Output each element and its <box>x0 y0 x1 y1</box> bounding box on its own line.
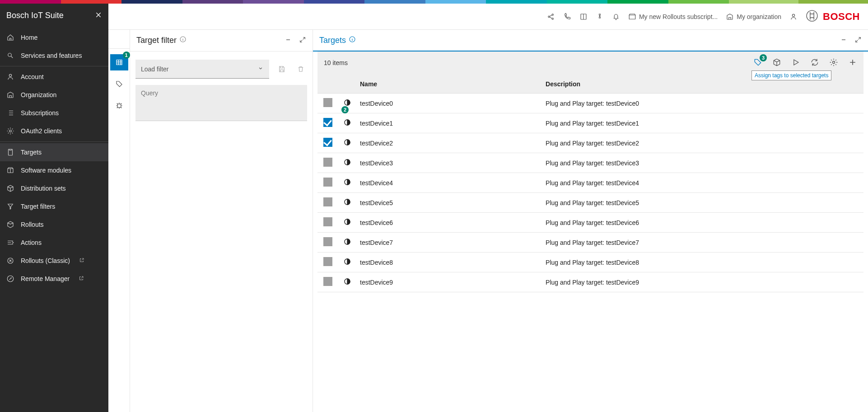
status-icon <box>343 260 351 267</box>
user-icon[interactable] <box>789 13 798 21</box>
svg-point-7 <box>548 16 550 17</box>
sidebar-item-account[interactable]: Account <box>0 68 108 86</box>
table-row[interactable]: testDevice9Plug and Play target: testDev… <box>317 272 863 292</box>
row-checkbox[interactable] <box>323 98 332 107</box>
filter-icon <box>6 202 14 211</box>
target-filter-panel: Target filter Load filter <box>130 30 313 412</box>
remote-icon <box>6 275 14 283</box>
save-filter-icon[interactable] <box>275 63 288 75</box>
share-icon[interactable] <box>547 13 555 21</box>
row-description: Plug and Play target: testDevice3 <box>542 153 863 173</box>
row-name: testDevice2 <box>356 133 542 153</box>
row-name: testDevice8 <box>356 253 542 272</box>
sidebar-item-rollouts[interactable]: Rollouts <box>0 215 108 234</box>
row-checkbox[interactable] <box>323 118 332 127</box>
sidebar-item-label: Target filters <box>21 203 55 210</box>
expand-icon[interactable] <box>299 36 306 45</box>
sidebar-item-distribution-sets[interactable]: Distribution sets <box>0 179 108 197</box>
sidebar-item-label: Account <box>21 73 44 80</box>
modules-icon <box>6 166 14 174</box>
table-row[interactable]: testDevice8Plug and Play target: testDev… <box>317 253 863 272</box>
user-icon <box>6 73 14 81</box>
brand-stripe <box>0 0 868 4</box>
table-row[interactable]: testDevice3Plug and Play target: testDev… <box>317 153 863 173</box>
minimize-icon[interactable] <box>285 36 292 45</box>
add-target-icon[interactable] <box>848 58 857 68</box>
close-sidebar-icon[interactable] <box>95 11 102 20</box>
info-icon[interactable] <box>349 36 356 45</box>
rail-view-chip[interactable] <box>110 98 128 114</box>
external-link-icon <box>79 275 84 282</box>
row-description: Plug and Play target: testDevice6 <box>542 213 863 233</box>
table-row[interactable]: testDevice0Plug and Play target: testDev… <box>317 94 863 113</box>
bell-icon[interactable] <box>612 13 620 21</box>
rail-view-table[interactable]: 1 <box>110 54 128 70</box>
delete-filter-icon[interactable] <box>294 63 307 75</box>
sidebar-item-software-modules[interactable]: Software modules <box>0 161 108 179</box>
assign-tags-button[interactable]: 3 Assign tags to selected targets <box>753 58 762 68</box>
sidebar-item-rollouts-classic-[interactable]: Rollouts (Classic) <box>0 252 108 270</box>
phone-icon[interactable] <box>563 13 571 21</box>
row-name: testDevice9 <box>356 272 542 292</box>
actions-icon <box>6 239 14 247</box>
sidebar-item-label: Home <box>21 34 37 41</box>
status-icon <box>343 160 351 168</box>
assign-distribution-icon[interactable] <box>772 58 781 68</box>
status-icon <box>343 240 351 247</box>
info-icon[interactable] <box>179 36 187 45</box>
sidebar-item-subscriptions[interactable]: Subscriptions <box>0 104 108 122</box>
row-checkbox[interactable] <box>323 237 332 246</box>
row-checkbox[interactable] <box>323 257 332 266</box>
targets-table: Name Description testDevice0Plug and Pla… <box>317 75 863 292</box>
row-checkbox[interactable] <box>323 138 332 147</box>
sidebar-item-actions[interactable]: Actions <box>0 234 108 252</box>
query-input[interactable]: Query <box>135 85 307 121</box>
refresh-icon[interactable] <box>810 58 819 68</box>
svg-point-2 <box>9 130 12 132</box>
table-row[interactable]: testDevice6Plug and Play target: testDev… <box>317 213 863 233</box>
sidebar-item-organization[interactable]: Organization <box>0 86 108 104</box>
search-icon <box>6 52 14 60</box>
row-name: testDevice5 <box>356 193 542 213</box>
sidebar-item-home[interactable]: Home <box>0 28 108 47</box>
sidebar-item-label: Subscriptions <box>21 109 59 117</box>
rail-view-tags[interactable] <box>110 76 128 92</box>
sidebar-item-label: OAuth2 clients <box>21 127 62 135</box>
docs-icon[interactable] <box>579 13 588 21</box>
external-link-icon <box>79 257 84 264</box>
sidebar: Bosch IoT Suite HomeServices and feature… <box>0 4 108 412</box>
legal-icon[interactable] <box>596 13 604 21</box>
gear-icon <box>6 127 14 135</box>
settings-icon[interactable] <box>829 58 838 68</box>
row-checkbox[interactable] <box>323 158 332 167</box>
rollouts-icon <box>6 220 14 229</box>
row-checkbox[interactable] <box>323 217 332 226</box>
row-checkbox[interactable] <box>323 178 332 187</box>
home-icon <box>6 33 14 42</box>
query-label: Query <box>141 89 158 97</box>
row-name: testDevice7 <box>356 233 542 253</box>
table-row[interactable]: 2testDevice1Plug and Play target: testDe… <box>317 113 863 133</box>
minimize-icon[interactable] <box>840 36 847 45</box>
expand-icon[interactable] <box>854 36 862 45</box>
view-rail: 1 <box>108 30 130 412</box>
table-row[interactable]: testDevice4Plug and Play target: testDev… <box>317 173 863 193</box>
play-icon[interactable] <box>791 58 800 68</box>
sidebar-item-services-and-features[interactable]: Services and features <box>0 47 108 65</box>
table-row[interactable]: testDevice2Plug and Play target: testDev… <box>317 133 863 153</box>
sidebar-item-label: Distribution sets <box>21 185 66 192</box>
load-filter-dropdown[interactable]: Load filter <box>135 60 269 79</box>
sidebar-item-remote-manager[interactable]: Remote Manager <box>0 270 108 288</box>
sidebar-item-targets[interactable]: Targets <box>0 143 108 161</box>
row-checkbox[interactable] <box>323 277 332 286</box>
subscription-selector[interactable]: My new Rollouts subscript... <box>628 13 718 21</box>
sidebar-item-oauth2-clients[interactable]: OAuth2 clients <box>0 122 108 140</box>
subscription-label: My new Rollouts subscript... <box>639 13 718 20</box>
sidebar-item-target-filters[interactable]: Target filters <box>0 197 108 215</box>
svg-point-0 <box>8 53 12 57</box>
svg-point-8 <box>552 14 553 15</box>
organization-selector[interactable]: My organization <box>726 13 781 21</box>
row-checkbox[interactable] <box>323 197 332 206</box>
table-row[interactable]: testDevice7Plug and Play target: testDev… <box>317 233 863 253</box>
table-row[interactable]: testDevice5Plug and Play target: testDev… <box>317 193 863 213</box>
